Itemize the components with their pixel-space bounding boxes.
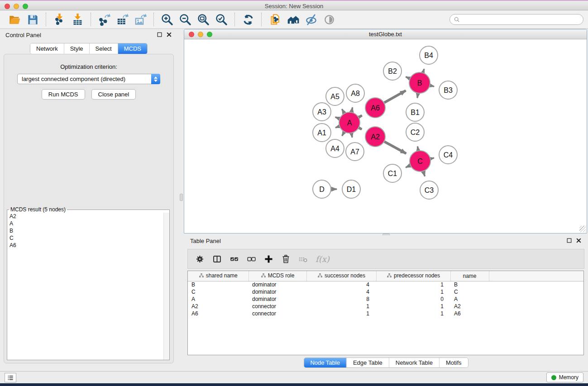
node-A5[interactable]: A5	[326, 87, 344, 105]
network-canvas[interactable]: AA1A2A3A4A5A6A7A8BB1B2B3B4CC1C2C3C4DD1	[184, 39, 587, 233]
edge-C-C4[interactable]	[430, 158, 434, 159]
table-row[interactable]: A2connector11A2	[188, 303, 583, 310]
memory-button[interactable]: Memory	[546, 372, 583, 382]
edge-A-A8[interactable]	[352, 107, 353, 112]
edge-A-A6[interactable]	[359, 115, 362, 117]
import-table-icon[interactable]	[68, 12, 86, 27]
edge-A2-C[interactable]	[384, 142, 406, 153]
export-table-icon[interactable]	[113, 12, 131, 27]
clone-network-icon[interactable]	[266, 12, 284, 27]
close-panel-button[interactable]: Close panel	[91, 89, 136, 100]
close-table-panel-icon[interactable]	[576, 238, 582, 243]
column-header[interactable]: MCDS role	[249, 271, 306, 281]
column-header[interactable]: name	[450, 271, 489, 281]
node-A2[interactable]: A2	[365, 127, 385, 147]
home-icon[interactable]	[284, 12, 302, 27]
gear-icon[interactable]	[193, 253, 206, 265]
tab-node-table[interactable]: Node Table	[304, 358, 346, 367]
edge-C-C3[interactable]	[423, 172, 425, 176]
node-A3[interactable]: A3	[313, 103, 331, 121]
zoom-out-icon[interactable]	[176, 12, 194, 27]
node-C1[interactable]: C1	[383, 164, 402, 182]
table-row[interactable]: Adominator80A	[188, 295, 583, 303]
tab-motifs[interactable]: Motifs	[439, 358, 468, 367]
run-mcds-button[interactable]: Run MCDS	[42, 89, 85, 100]
edge-A-A1[interactable]	[335, 126, 339, 128]
tab-select[interactable]: Select	[89, 43, 118, 54]
edge-C-C1[interactable]	[406, 166, 410, 167]
edge-C-C2[interactable]	[417, 147, 418, 151]
tab-mcds[interactable]: MCDS	[118, 43, 147, 54]
edge-A-A7[interactable]	[351, 133, 352, 138]
table-row[interactable]: Bdominator41B	[188, 281, 583, 288]
trash-icon[interactable]	[279, 253, 292, 265]
network-window-titlebar[interactable]: testGlobe.txt	[184, 29, 587, 39]
zoom-fit-icon[interactable]	[194, 12, 212, 27]
search-input[interactable]	[463, 16, 579, 23]
edge-B-B3[interactable]	[430, 86, 434, 86]
import-network-icon[interactable]	[50, 12, 68, 27]
save-icon[interactable]	[24, 12, 42, 27]
export-image-icon[interactable]	[131, 12, 149, 27]
task-history-button[interactable]	[5, 373, 16, 382]
node-A8[interactable]: A8	[346, 84, 364, 102]
open-icon[interactable]	[5, 12, 24, 27]
node-B4[interactable]: B4	[420, 46, 438, 64]
edge-A-A3[interactable]	[335, 117, 339, 119]
node-A[interactable]: A	[339, 112, 360, 133]
table-row[interactable]: Cdominator41C	[188, 288, 583, 295]
result-scrollbar[interactable]	[163, 213, 169, 360]
optimization-criterion-dropdown[interactable]: largest connected component (directed)	[17, 74, 160, 84]
float-table-panel-icon[interactable]	[566, 238, 572, 243]
result-item[interactable]: B	[7, 227, 169, 234]
close-panel-icon[interactable]	[166, 32, 172, 38]
mcds-result-list[interactable]: A2ABCA6	[7, 213, 169, 360]
tab-network[interactable]: Network	[30, 43, 64, 54]
tab-network-table[interactable]: Network Table	[389, 358, 439, 367]
node-C2[interactable]: C2	[406, 123, 424, 141]
add-icon[interactable]	[262, 253, 275, 265]
table-row[interactable]: A6connector11A6	[188, 310, 583, 317]
eye-icon[interactable]	[320, 12, 338, 27]
tab-edge-table[interactable]: Edge Table	[346, 358, 389, 367]
node-A7[interactable]: A7	[346, 143, 364, 161]
node-B[interactable]: B	[409, 72, 430, 93]
window-resize-grip[interactable]	[579, 226, 586, 232]
node-A1[interactable]: A1	[313, 124, 331, 142]
zoom-in-icon[interactable]	[158, 12, 176, 27]
export-network-icon[interactable]	[95, 12, 113, 27]
select-all-icon[interactable]	[228, 253, 240, 265]
edge-A-A4[interactable]	[342, 132, 344, 136]
column-header[interactable]: predecessor nodes	[376, 271, 450, 281]
node-A4[interactable]: A4	[326, 139, 344, 157]
edge-A-A2[interactable]	[359, 128, 362, 129]
zoom-selected-icon[interactable]	[212, 12, 230, 27]
columns-icon[interactable]	[210, 253, 223, 265]
deselect-all-icon[interactable]	[245, 253, 258, 265]
node-table[interactable]: shared nameMCDS rolesuccessor nodesprede…	[187, 271, 584, 355]
node-B1[interactable]: B1	[406, 103, 424, 121]
node-B2[interactable]: B2	[383, 62, 402, 80]
float-panel-icon[interactable]	[157, 32, 163, 38]
result-item[interactable]: A6	[7, 242, 169, 249]
edge-A-A5[interactable]	[342, 109, 344, 113]
edge-A6-B[interactable]	[384, 91, 406, 103]
edge-B-B1[interactable]	[417, 94, 418, 98]
node-D1[interactable]: D1	[342, 180, 360, 198]
result-item[interactable]: C	[7, 234, 169, 242]
node-C3[interactable]: C3	[420, 181, 438, 199]
node-B3[interactable]: B3	[439, 81, 457, 99]
column-header[interactable]: successor nodes	[306, 271, 376, 281]
node-C[interactable]: C	[410, 151, 430, 172]
edge-B-B4[interactable]	[423, 69, 424, 72]
node-D[interactable]: D	[313, 180, 331, 198]
refresh-icon[interactable]	[239, 12, 257, 27]
result-item[interactable]: A2	[7, 213, 169, 220]
node-A6[interactable]: A6	[365, 98, 385, 118]
tab-style[interactable]: Style	[64, 43, 89, 54]
edge-B-B2[interactable]	[406, 77, 410, 79]
node-C4[interactable]: C4	[439, 146, 457, 164]
hide-eye-icon[interactable]	[302, 12, 320, 27]
vertical-splitter-grip[interactable]	[180, 194, 183, 201]
search-box[interactable]	[449, 14, 583, 25]
